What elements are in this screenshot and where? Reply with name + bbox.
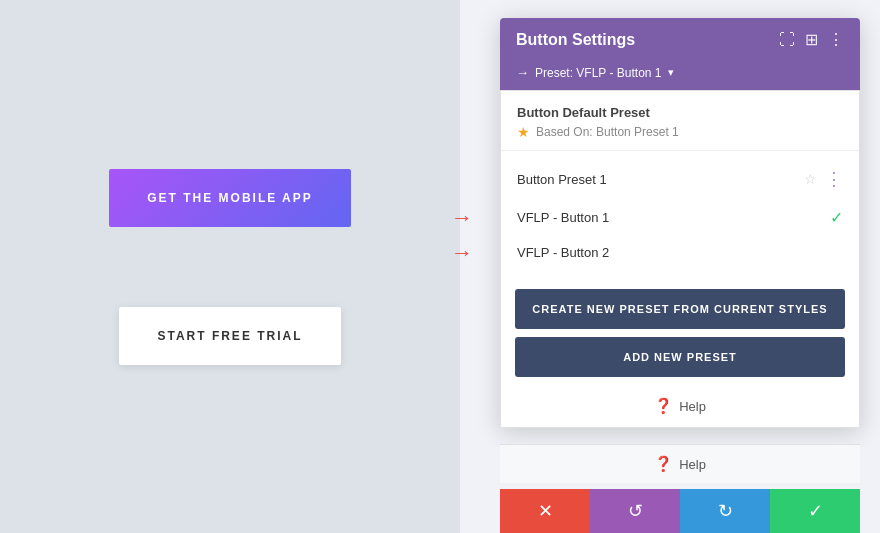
preset-star-icon-1[interactable]: ☆ bbox=[804, 171, 817, 187]
chevron-down-icon: ▾ bbox=[668, 66, 674, 79]
panel-subtitle[interactable]: → Preset: VFLP - Button 1 ▾ bbox=[500, 61, 860, 90]
toolbar-redo-button[interactable]: ↻ bbox=[680, 489, 770, 533]
panel-header-icons: ⛶ ⊞ ⋮ bbox=[779, 30, 844, 49]
bottom-help-label: Help bbox=[679, 457, 706, 472]
dropdown-help-label: Help bbox=[679, 399, 706, 414]
preset-name-3: VFLP - Button 2 bbox=[517, 245, 609, 260]
arrow-indicator-2: → bbox=[451, 205, 473, 231]
preset-list: Button Preset 1 ☆ ⋮ → VFLP - Button 1 ✓ bbox=[501, 151, 859, 277]
star-gold-icon: ★ bbox=[517, 124, 530, 140]
arrow-indicator-3: → bbox=[451, 240, 473, 266]
preset-item-2[interactable]: → VFLP - Button 1 ✓ bbox=[501, 199, 859, 236]
toolbar-close-button[interactable]: ✕ bbox=[500, 489, 590, 533]
preset-item-1[interactable]: Button Preset 1 ☆ ⋮ bbox=[501, 159, 859, 199]
red-arrow-icon-2: → bbox=[451, 205, 473, 231]
bottom-help-icon: ❓ bbox=[654, 455, 673, 473]
preset-item-3[interactable]: → VFLP - Button 2 bbox=[501, 236, 859, 269]
default-preset-section: Button Default Preset ★ Based On: Button… bbox=[501, 91, 859, 151]
dropdown-section-title: Button Default Preset bbox=[517, 105, 843, 120]
red-arrow-icon-3: → bbox=[451, 240, 473, 266]
free-trial-button[interactable]: START FREE TRIAL bbox=[119, 307, 340, 365]
settings-panel: Button Settings ⛶ ⊞ ⋮ → Preset: VFLP - B… bbox=[500, 18, 860, 428]
bottom-help-bar[interactable]: ❓ Help bbox=[500, 444, 860, 483]
toolbar-undo-button[interactable]: ↺ bbox=[590, 489, 680, 533]
panel-area: Button Settings ⛶ ⊞ ⋮ → Preset: VFLP - B… bbox=[460, 0, 880, 533]
preset-label: Preset: VFLP - Button 1 bbox=[535, 66, 662, 80]
maximize-icon[interactable]: ⛶ bbox=[779, 31, 795, 49]
bottom-toolbar: ✕ ↺ ↻ ✓ bbox=[500, 489, 860, 533]
dropdown-help-row[interactable]: ❓ Help bbox=[501, 385, 859, 427]
preset-dropdown: Button Default Preset ★ Based On: Button… bbox=[500, 90, 860, 428]
preset-name-1: Button Preset 1 bbox=[517, 172, 607, 187]
more-icon[interactable]: ⋮ bbox=[828, 30, 844, 49]
toolbar-confirm-button[interactable]: ✓ bbox=[770, 489, 860, 533]
mobile-app-button[interactable]: GET THE MOBILE APP bbox=[109, 169, 351, 227]
based-on-text: Based On: Button Preset 1 bbox=[536, 125, 679, 139]
panel-header: Button Settings ⛶ ⊞ ⋮ bbox=[500, 18, 860, 61]
based-on-row: ★ Based On: Button Preset 1 bbox=[517, 124, 843, 140]
canvas-area: GET THE MOBILE APP START FREE TRIAL bbox=[0, 0, 460, 533]
grid-icon[interactable]: ⊞ bbox=[805, 30, 818, 49]
add-preset-button[interactable]: ADD NEW PRESET bbox=[515, 337, 845, 377]
preset-arrow-icon: → bbox=[516, 65, 529, 80]
preset-dots-icon-1[interactable]: ⋮ bbox=[825, 168, 843, 190]
dropdown-help-icon: ❓ bbox=[654, 397, 673, 415]
check-icon-2: ✓ bbox=[830, 208, 843, 227]
preset-name-2: VFLP - Button 1 bbox=[517, 210, 609, 225]
action-buttons: CREATE NEW PRESET FROM CURRENT STYLES AD… bbox=[501, 277, 859, 385]
panel-title: Button Settings bbox=[516, 31, 635, 49]
create-preset-button[interactable]: CREATE NEW PRESET FROM CURRENT STYLES bbox=[515, 289, 845, 329]
